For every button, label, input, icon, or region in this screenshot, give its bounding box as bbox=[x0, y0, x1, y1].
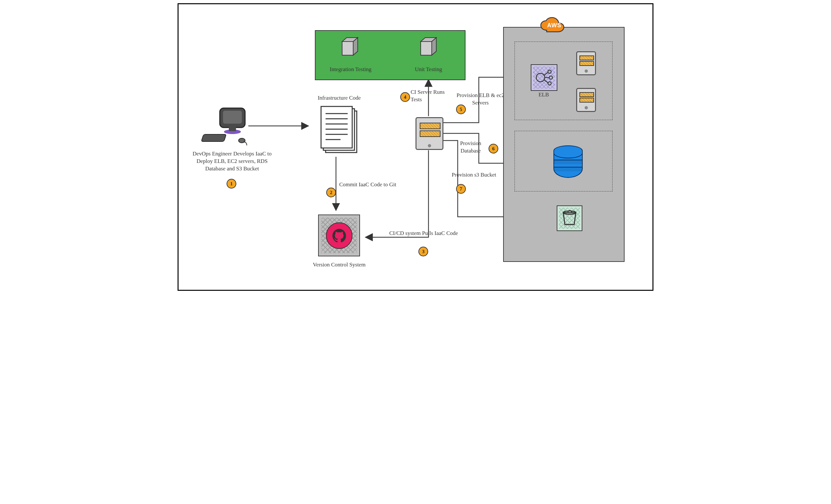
vcs-label: Version Control System bbox=[305, 261, 373, 269]
unit-testing-cube bbox=[416, 38, 439, 57]
step-1-label: DevOps Engineer Develops IaaC to Deploy … bbox=[190, 150, 274, 173]
svg-rect-21 bbox=[321, 107, 352, 148]
aws-rds-icon bbox=[553, 145, 583, 178]
git-vcs-icon bbox=[318, 214, 360, 256]
svg-point-28 bbox=[536, 73, 545, 82]
diagram-canvas: Integration Testing Unit Testing DevOps … bbox=[177, 3, 654, 291]
aws-s3-icon bbox=[557, 205, 582, 231]
ec2-server-2-icon bbox=[576, 88, 596, 112]
step-2-label: Commit IaaC Code to Git bbox=[339, 181, 398, 188]
aws-badge-label: AWS bbox=[544, 22, 565, 29]
devops-workstation-icon bbox=[209, 107, 252, 145]
ec2-server-1-icon bbox=[576, 51, 596, 75]
aws-compute-group bbox=[515, 41, 612, 120]
step-4-badge: 4 bbox=[400, 92, 410, 102]
svg-rect-9 bbox=[342, 41, 353, 55]
step-1-badge: 1 bbox=[227, 179, 236, 188]
step-6-label: Provision Database bbox=[450, 140, 492, 155]
svg-rect-17 bbox=[201, 135, 226, 142]
step-3-label: CI/CD system Pulls IaaC Code bbox=[388, 230, 459, 237]
elb-label: ELB bbox=[534, 91, 553, 99]
svg-rect-12 bbox=[421, 41, 432, 55]
infra-code-label: Infrastructure Code bbox=[307, 94, 372, 102]
step-3-badge: 3 bbox=[419, 247, 428, 256]
svg-point-31 bbox=[548, 82, 551, 85]
integration-testing-cube bbox=[338, 38, 360, 57]
integration-testing-label: Integration Testing bbox=[320, 66, 381, 73]
infrastructure-code-icon bbox=[313, 102, 364, 158]
svg-line-32 bbox=[544, 72, 548, 75]
step-4-label: CI Server Runs Tests bbox=[411, 89, 456, 103]
step-6-badge: 6 bbox=[489, 144, 498, 153]
ci-cd-server-icon bbox=[416, 117, 443, 150]
aws-elb-icon bbox=[531, 64, 557, 91]
svg-point-18 bbox=[238, 138, 245, 143]
step-5-badge: 5 bbox=[456, 105, 466, 114]
svg-rect-14 bbox=[223, 111, 242, 124]
step-7-badge: 7 bbox=[456, 184, 466, 194]
svg-point-29 bbox=[548, 70, 551, 73]
step-2-badge: 2 bbox=[326, 187, 336, 197]
svg-line-34 bbox=[544, 80, 548, 83]
step-7-label: Provision s3 Bucket bbox=[451, 171, 497, 179]
unit-testing-label: Unit Testing bbox=[404, 66, 453, 73]
svg-point-30 bbox=[549, 76, 552, 79]
svg-rect-16 bbox=[229, 126, 236, 131]
